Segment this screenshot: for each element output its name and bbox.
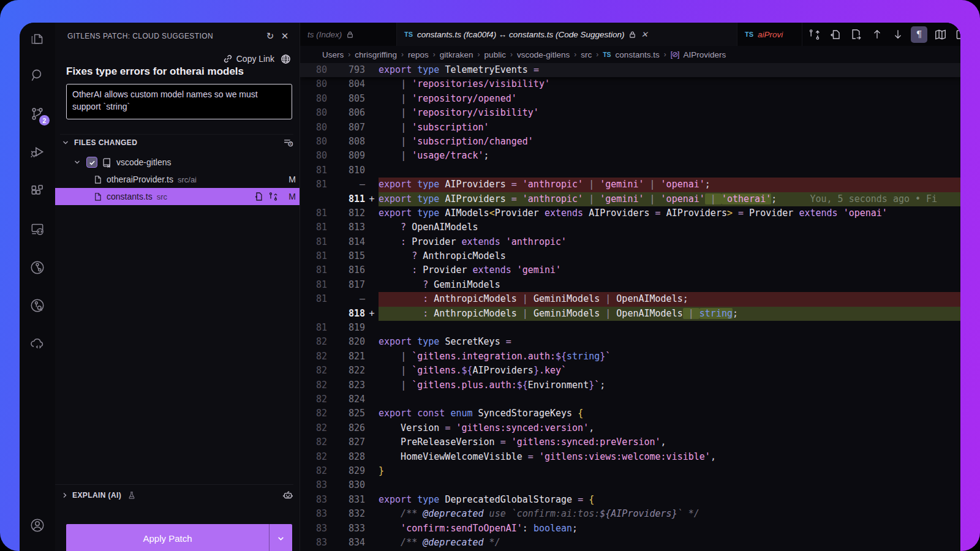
code-line: 82821 | `gitlens.integration.auth:${stri…	[300, 350, 960, 364]
lock-icon	[628, 31, 636, 39]
copy-link-button[interactable]: Copy Link	[223, 54, 274, 64]
breadcrumb-item[interactable]: chrisgriffing	[355, 50, 397, 59]
diff-marker	[365, 292, 379, 306]
breadcrumb-item[interactable]: gitkraken	[440, 50, 473, 59]
tab-index[interactable]: ts (Index)	[300, 23, 397, 46]
open-preview-map-icon[interactable]	[933, 27, 948, 42]
code-text	[379, 163, 960, 178]
diff-marker	[365, 121, 379, 135]
tree-row-file-selected[interactable]: constants.ts src M	[55, 188, 300, 205]
breadcrumb-item[interactable]: public	[484, 50, 506, 59]
repo-name: vscode-gitlens	[116, 157, 172, 167]
tab-label: aiProvi	[758, 30, 783, 39]
account-icon[interactable]	[28, 515, 47, 535]
diff-marker	[365, 350, 379, 364]
code-text: | 'repository/opened'	[379, 92, 960, 106]
files-changed-header[interactable]: FILES CHANGED A	[60, 134, 293, 150]
diff-marker	[365, 249, 379, 263]
original-line-number: 81	[300, 235, 327, 249]
tab-bar: ts (Index) TS constants.ts (fca00f4) ↔ c…	[300, 23, 960, 46]
breadcrumb-item[interactable]: src	[581, 50, 592, 59]
export-file-icon[interactable]	[848, 27, 864, 42]
tab-constants-diff[interactable]: TS constants.ts (fca00f4) ↔ constants.ts…	[397, 23, 737, 46]
diff-marker	[365, 378, 379, 392]
diff-editor[interactable]: 80793export type TelemetryEvents =80804 …	[300, 63, 960, 551]
breadcrumb-item[interactable]: repos	[408, 50, 429, 59]
diff-marker	[365, 263, 379, 277]
line-number: 821	[327, 350, 365, 364]
code-line: 80806 | 'repository/visibility'	[300, 106, 960, 120]
globe-icon[interactable]	[281, 54, 291, 64]
file-icon	[93, 192, 102, 201]
diff-marker	[365, 106, 379, 120]
open-changes-icon[interactable]	[268, 192, 278, 201]
gitlens-inspect-icon[interactable]	[28, 296, 47, 315]
cloud-patches-icon[interactable]	[28, 334, 47, 353]
explain-ai-section[interactable]: EXPLAIN (AI)	[55, 484, 293, 505]
tab-label: ts (Index)	[307, 30, 342, 39]
run-debug-icon[interactable]	[28, 142, 47, 162]
explain-ai-label: EXPLAIN (AI)	[72, 491, 121, 500]
split-editor-icon[interactable]	[954, 27, 960, 42]
toggle-whitespace-icon[interactable]: ¶	[911, 26, 927, 43]
code-text: export type AIProviders = 'anthropic' | …	[379, 192, 960, 206]
code-line: 81817 ? GeminiModels	[300, 278, 960, 292]
chevron-down-icon[interactable]	[72, 159, 82, 166]
explorer-icon[interactable]	[28, 28, 47, 48]
close-tab-icon[interactable]: ✕	[641, 29, 647, 39]
code-line: 82827 PreReleaseVersion = 'gitlens:synce…	[300, 435, 960, 449]
diff-marker	[365, 493, 379, 507]
breadcrumb-item[interactable]: vscode-gitlens	[517, 50, 570, 59]
code-text: ? OpenAIModels	[379, 220, 960, 234]
code-text: export type TelemetryEvents =	[379, 63, 960, 77]
tree-row-repo[interactable]: vscode-gitlens	[55, 154, 300, 171]
original-line-number: 81	[300, 278, 327, 292]
next-change-icon[interactable]	[890, 27, 905, 42]
gitlens-icon[interactable]	[28, 258, 47, 277]
refresh-icon[interactable]: ↻	[263, 29, 277, 43]
breadcrumb-separator: ›	[510, 50, 513, 59]
apply-patch-button[interactable]: Apply Patch	[66, 524, 292, 551]
previous-change-icon[interactable]	[869, 27, 884, 42]
apply-file-icon[interactable]	[254, 192, 263, 201]
chevron-right-icon	[61, 492, 69, 499]
source-control-icon[interactable]: 2	[28, 104, 47, 124]
suggestion-description[interactable]: OtherAI allows custom model names so we …	[66, 84, 292, 119]
diff-marker	[365, 335, 379, 349]
breadcrumb-item[interactable]: constants.ts	[616, 50, 660, 59]
code-text	[379, 321, 960, 335]
code-line: 83831export type DeprecatedGlobalStorage…	[300, 493, 960, 507]
breadcrumb-item[interactable]: Users	[322, 50, 344, 59]
code-text: | 'repositories/visibility'	[379, 77, 960, 91]
tree-row-file[interactable]: otheraiProvider.ts src/ai M	[55, 171, 300, 188]
search-icon[interactable]	[28, 66, 47, 85]
diff-marker	[365, 536, 379, 550]
code-line: 80804 | 'repositories/visibility'	[300, 77, 960, 91]
line-number: 809	[327, 149, 365, 163]
apply-patch-dropdown[interactable]	[270, 524, 292, 551]
original-line-number	[300, 307, 327, 321]
panel-title: GITLENS PATCH: CLOUD SUGGESTION	[67, 32, 263, 40]
close-panel-icon[interactable]: ✕	[277, 29, 292, 43]
breadcrumb[interactable]: Users›chrisgriffing›repos›gitkraken›publ…	[300, 46, 960, 63]
code-line: 82824	[300, 392, 960, 407]
apply-patch-label[interactable]: Apply Patch	[66, 524, 269, 551]
line-number: 830	[327, 478, 365, 492]
vscode-window: 2	[20, 23, 960, 551]
code-line: 81815 ? AnthropicModels	[300, 249, 960, 263]
remote-explorer-icon[interactable]	[28, 219, 47, 239]
tab-aiprovider[interactable]: TS aiProvi	[737, 23, 802, 46]
compare-changes-icon[interactable]	[807, 27, 822, 42]
breadcrumb-item[interactable]: AIProviders	[683, 50, 726, 59]
apply-patch-file-icon[interactable]	[827, 27, 843, 42]
line-number: 825	[327, 407, 365, 421]
repo-checkbox[interactable]	[86, 157, 97, 168]
diff-marker	[365, 392, 379, 407]
extensions-icon[interactable]	[28, 181, 47, 201]
original-line-number: 82	[300, 435, 327, 449]
files-layout-icon[interactable]: A	[283, 137, 293, 148]
code-text: /** @deprecated use `confirm:ai:tos:${AI…	[379, 507, 960, 521]
diff-line-added: 818+ : AnthropicModels | GeminiModels | …	[300, 307, 960, 321]
robot-ai-icon[interactable]	[282, 490, 293, 501]
code-line: 81814 : Provider extends 'anthropic'	[300, 235, 960, 249]
